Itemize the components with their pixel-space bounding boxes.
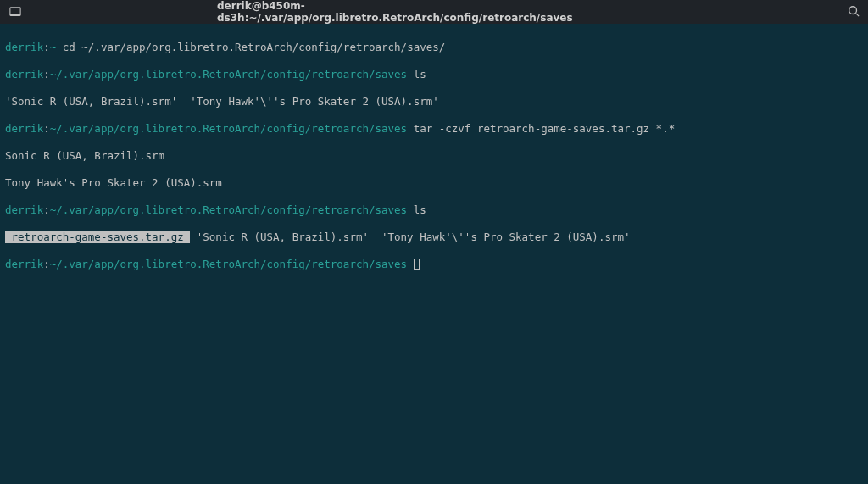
terminal-output[interactable]: derrik:~ cd ~/.var/app/org.libretro.Retr… (0, 24, 868, 288)
prompt-user: derrik (5, 203, 43, 216)
prompt-user: derrik (5, 122, 43, 135)
svg-line-3 (856, 13, 860, 16)
cmd-text (407, 258, 414, 270)
prompt-path: ~/.var/app/org.libretro.RetroArch/config… (50, 68, 407, 81)
highlighted-file: retroarch-game-saves.tar.gz (5, 231, 190, 243)
window-title: derrik@b450m-ds3h:~/.var/app/org.libretr… (217, 0, 651, 24)
line-9: derrik:~/.var/app/org.libretro.RetroArch… (5, 258, 863, 271)
line-4: derrik:~/.var/app/org.libretro.RetroArch… (5, 122, 863, 136)
output-text: 'Sonic R (USA, Brazil).srm' 'Tony Hawk'\… (5, 95, 439, 108)
line-2: derrik:~/.var/app/org.libretro.RetroArch… (5, 68, 863, 81)
prompt-path: ~/.var/app/org.libretro.RetroArch/config… (50, 203, 407, 216)
cmd-text: ls (407, 68, 426, 81)
line-7: derrik:~/.var/app/org.libretro.RetroArch… (5, 203, 863, 217)
prompt-user: derrik (5, 41, 43, 53)
titlebar-right (848, 5, 860, 19)
line-6: Tony Hawk's Pro Skater 2 (USA).srm (5, 176, 863, 190)
cmd-text: tar -czvf retroarch-game-saves.tar.gz *.… (407, 122, 675, 135)
prompt-user: derrik (5, 258, 43, 270)
prompt-sep: : (43, 68, 50, 81)
titlebar: derrik@b450m-ds3h:~/.var/app/org.libretr… (0, 0, 868, 24)
terminal-icon (8, 5, 22, 19)
cmd-text: cd ~/.var/app/org.libretro.RetroArch/con… (56, 41, 445, 53)
prompt-sep: : (43, 122, 50, 135)
svg-point-2 (849, 6, 857, 14)
prompt-path: ~/.var/app/org.libretro.RetroArch/config… (50, 258, 407, 270)
output-text: Sonic R (USA, Brazil).srm (5, 149, 164, 162)
svg-rect-1 (10, 14, 20, 16)
line-8: retroarch-game-saves.tar.gz 'Sonic R (US… (5, 231, 863, 244)
prompt-sep: : (43, 258, 50, 270)
line-5: Sonic R (USA, Brazil).srm (5, 149, 863, 163)
prompt-sep: : (43, 41, 50, 53)
output-text: Tony Hawk's Pro Skater 2 (USA).srm (5, 176, 222, 189)
output-text: 'Sonic R (USA, Brazil).srm' 'Tony Hawk'\… (190, 231, 630, 243)
cursor (414, 259, 420, 270)
search-icon[interactable] (848, 5, 860, 19)
line-3: 'Sonic R (USA, Brazil).srm' 'Tony Hawk'\… (5, 95, 863, 108)
prompt-user: derrik (5, 68, 43, 81)
prompt-path: ~/.var/app/org.libretro.RetroArch/config… (50, 122, 407, 135)
line-1: derrik:~ cd ~/.var/app/org.libretro.Retr… (5, 41, 863, 54)
prompt-sep: : (43, 203, 50, 216)
cmd-text: ls (407, 203, 426, 216)
